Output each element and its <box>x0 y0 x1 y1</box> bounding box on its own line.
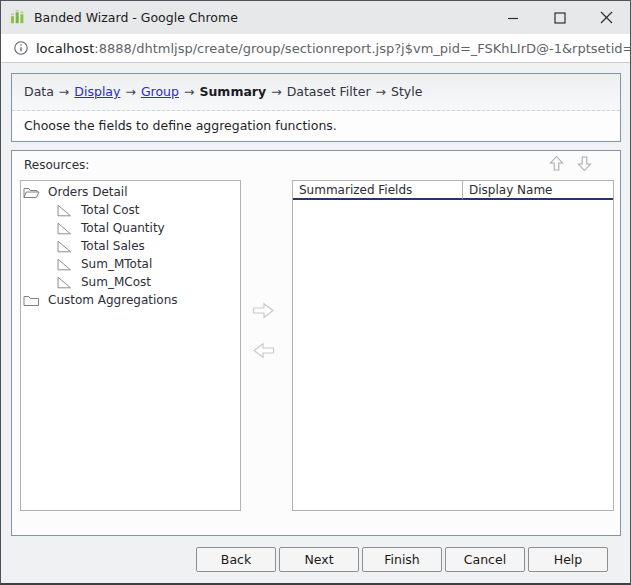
step-display-link[interactable]: Display <box>74 84 120 99</box>
column-header-display-name[interactable]: Display Name <box>463 181 613 200</box>
tree-node-sum-mcost[interactable]: Sum_MCost <box>21 273 240 291</box>
breadcrumb: Data→Display→Group→Summary→Dataset Filte… <box>12 74 620 111</box>
tree-node-total-sales[interactable]: Total Sales <box>21 237 240 255</box>
tree-node-label: Sum_MCost <box>81 275 151 289</box>
step-description: Choose the fields to define aggregation … <box>12 111 620 141</box>
window-controls <box>489 1 630 34</box>
step-dataset-filter: Dataset Filter <box>287 84 371 99</box>
resources-tree[interactable]: Orders Detail Total Cost Total Quantity <box>20 180 241 511</box>
field-icon <box>56 276 73 289</box>
resources-label: Resources: <box>24 158 89 172</box>
tree-node-label: Sum_MTotal <box>81 257 152 271</box>
field-icon <box>56 222 73 235</box>
table-header-row: Summarized Fields Display Name <box>293 181 613 200</box>
tree-node-sum-mtotal[interactable]: Sum_MTotal <box>21 255 240 273</box>
summary-panel: Resources: Orders Detail Total Cost <box>11 150 621 536</box>
field-icon <box>56 258 73 271</box>
title-bar: Banded Wizard - Google Chrome <box>1 1 630 34</box>
step-group-link[interactable]: Group <box>141 84 179 99</box>
maximize-icon[interactable] <box>536 1 583 34</box>
url-text[interactable]: localhost:8888/dhtmljsp/create/group/sec… <box>36 41 630 56</box>
cancel-button[interactable]: Cancel <box>445 547 525 572</box>
wizard-button-row: Back Next Finish Cancel Help <box>1 547 630 572</box>
app-bar-chart-icon <box>9 9 26 26</box>
arrow-separator-icon: → <box>120 84 140 99</box>
move-down-arrow-icon[interactable] <box>576 155 593 172</box>
step-style: Style <box>391 84 422 99</box>
tree-node-label: Custom Aggregations <box>48 293 178 307</box>
tree-node-total-cost[interactable]: Total Cost <box>21 201 240 219</box>
arrow-separator-icon: → <box>371 84 391 99</box>
back-button[interactable]: Back <box>196 547 276 572</box>
minimize-icon[interactable] <box>489 1 536 34</box>
move-up-arrow-icon[interactable] <box>548 155 565 172</box>
info-icon[interactable] <box>14 41 28 55</box>
summarized-fields-table[interactable]: Summarized Fields Display Name <box>292 180 614 511</box>
tree-node-total-quantity[interactable]: Total Quantity <box>21 219 240 237</box>
arrow-separator-icon: → <box>179 84 199 99</box>
add-field-right-arrow-icon[interactable] <box>252 302 275 319</box>
address-bar[interactable]: localhost:8888/dhtmljsp/create/group/sec… <box>1 34 630 63</box>
step-data: Data <box>24 84 54 99</box>
tree-node-label: Orders Detail <box>48 185 128 199</box>
page-content: Data→Display→Group→Summary→Dataset Filte… <box>1 63 630 583</box>
help-button[interactable]: Help <box>528 547 608 572</box>
window-title: Banded Wizard - Google Chrome <box>34 10 238 25</box>
field-icon <box>56 204 73 217</box>
remove-field-left-arrow-icon[interactable] <box>252 342 275 359</box>
next-button[interactable]: Next <box>279 547 359 572</box>
tree-node-label: Total Quantity <box>81 221 165 235</box>
url-host: localhost <box>36 41 94 56</box>
arrow-separator-icon: → <box>266 84 286 99</box>
column-header-summarized-fields[interactable]: Summarized Fields <box>293 181 463 200</box>
finish-button[interactable]: Finish <box>362 547 442 572</box>
tree-node-orders-detail[interactable]: Orders Detail <box>21 183 240 201</box>
folder-open-icon <box>23 186 40 199</box>
wizard-header-panel: Data→Display→Group→Summary→Dataset Filte… <box>11 73 621 142</box>
url-path: :8888/dhtmljsp/create/group/sectionrepor… <box>94 41 630 56</box>
tree-node-custom-aggregations[interactable]: Custom Aggregations <box>21 291 240 309</box>
folder-closed-icon <box>23 294 40 307</box>
arrow-separator-icon: → <box>54 84 74 99</box>
tree-node-label: Total Sales <box>81 239 145 253</box>
browser-window: Banded Wizard - Google Chrome localhost:… <box>0 0 631 585</box>
tree-node-label: Total Cost <box>81 203 140 217</box>
step-summary-current: Summary <box>199 84 266 99</box>
field-icon <box>56 240 73 253</box>
close-icon[interactable] <box>583 1 630 34</box>
